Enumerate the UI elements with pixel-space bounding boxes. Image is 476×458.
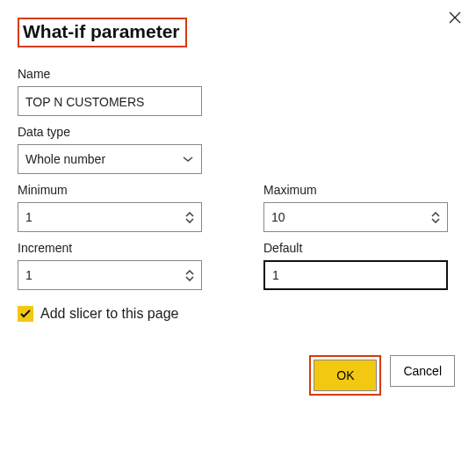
default-value: 1	[272, 268, 279, 282]
datatype-value: Whole number	[25, 152, 105, 166]
maximum-stepper[interactable]	[431, 203, 440, 231]
chevron-up-icon	[431, 212, 440, 217]
whatif-parameter-dialog: What-if parameter Name TOP N CUSTOMERS D…	[0, 0, 476, 413]
name-input-value: TOP N CUSTOMERS	[25, 95, 144, 109]
chevron-down-icon	[182, 156, 194, 163]
dialog-title: What-if parameter	[18, 18, 187, 47]
chevron-down-icon	[185, 218, 194, 223]
minimum-input[interactable]: 1	[18, 202, 202, 232]
increment-label: Increment	[18, 241, 202, 255]
name-label: Name	[18, 67, 458, 81]
add-slicer-row: Add slicer to this page	[18, 306, 458, 322]
add-slicer-checkbox[interactable]	[18, 306, 33, 322]
chevron-down-icon	[185, 276, 194, 281]
close-button[interactable]	[444, 7, 465, 28]
minimum-label: Minimum	[18, 183, 202, 197]
cancel-label: Cancel	[403, 364, 442, 378]
increment-value: 1	[25, 268, 32, 282]
chevron-down-icon	[431, 218, 440, 223]
increment-stepper[interactable]	[185, 261, 194, 289]
maximum-input[interactable]: 10	[263, 202, 448, 232]
maximum-label: Maximum	[263, 183, 448, 197]
cancel-button[interactable]: Cancel	[390, 355, 455, 387]
default-input[interactable]: 1	[263, 260, 448, 290]
ok-button[interactable]: OK	[314, 360, 377, 391]
datatype-label: Data type	[18, 125, 458, 139]
close-icon	[449, 11, 461, 24]
datatype-select[interactable]: Whole number	[18, 144, 202, 174]
ok-label: OK	[336, 368, 354, 382]
add-slicer-label: Add slicer to this page	[40, 306, 178, 322]
checkmark-icon	[20, 309, 31, 318]
maximum-value: 10	[271, 210, 285, 224]
chevron-up-icon	[185, 212, 194, 217]
dialog-actions: OK Cancel	[18, 355, 458, 396]
default-label: Default	[263, 241, 448, 255]
increment-input[interactable]: 1	[18, 260, 202, 290]
name-input[interactable]: TOP N CUSTOMERS	[18, 86, 202, 116]
chevron-up-icon	[185, 270, 194, 275]
ok-highlight: OK	[309, 355, 381, 396]
minimum-value: 1	[25, 210, 32, 224]
minimum-stepper[interactable]	[185, 203, 194, 231]
